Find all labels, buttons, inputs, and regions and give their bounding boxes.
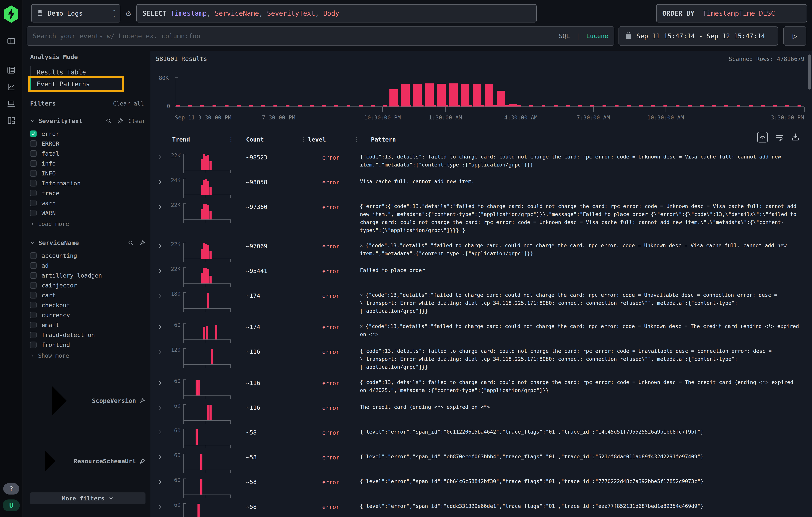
expand-chevron-icon[interactable] <box>157 179 163 185</box>
filter-checkbox[interactable] <box>30 150 36 157</box>
expand-chevron-icon[interactable] <box>157 454 163 460</box>
filter-checkbox[interactable] <box>30 170 36 177</box>
severity-filter-item[interactable]: fatal <box>30 149 145 159</box>
pattern-text[interactable]: {"code":13,"details":"failed to charge c… <box>358 151 807 169</box>
wrap-text-icon[interactable] <box>775 133 784 142</box>
pattern-row[interactable]: 60 ~116 error {"code":13,"details":"fail… <box>154 374 807 399</box>
filter-group-servicename[interactable]: ServiceName <box>30 239 145 247</box>
pattern-row[interactable]: 120 ~116 error {"code":13,"details":"fai… <box>154 343 807 374</box>
expand-chevron-icon[interactable] <box>157 380 163 386</box>
filter-checkbox[interactable] <box>30 262 36 269</box>
severity-filter-item[interactable]: trace <box>30 188 145 198</box>
pin-icon[interactable] <box>139 240 145 246</box>
service-filter-item[interactable]: accounting <box>30 251 145 261</box>
pin-icon[interactable] <box>139 458 145 464</box>
pattern-row[interactable]: 180 ~174 error ×{"code":13,"details":"fa… <box>154 287 807 318</box>
column-header-count[interactable]: ⋮Count <box>233 136 305 143</box>
clear-all-button[interactable]: Clear all <box>113 100 144 107</box>
pattern-row[interactable]: 60 ~58 error {"level":"error","span_id":… <box>154 497 807 517</box>
histogram-bar[interactable] <box>449 83 458 107</box>
filter-group-scopeversion[interactable]: ScopeVersion <box>30 371 145 430</box>
source-select[interactable]: Demo Logs ⌃⌄ <box>31 4 120 23</box>
pin-icon[interactable] <box>139 398 145 404</box>
expand-chevron-icon[interactable] <box>157 504 163 510</box>
filter-checkbox[interactable] <box>30 312 36 318</box>
dashboard-grid-icon[interactable] <box>4 114 18 127</box>
pattern-text[interactable]: Failed to place order <box>358 265 807 274</box>
severity-filter-item[interactable]: INFO <box>30 168 145 178</box>
expand-chevron-icon[interactable] <box>157 268 163 274</box>
pattern-text[interactable]: ×{"code":13,"details":"failed to charge … <box>358 321 807 338</box>
pattern-row[interactable]: 22K ~98523 error {"code":13,"details":"f… <box>154 148 807 173</box>
filter-checkbox[interactable] <box>30 190 36 196</box>
time-range-picker[interactable]: Sep 11 15:47:14 - Sep 12 15:47:14 <box>618 27 778 46</box>
histogram-bar[interactable] <box>425 83 434 107</box>
severity-filter-item[interactable]: error <box>30 129 145 139</box>
user-avatar[interactable]: U <box>3 499 20 511</box>
expand-chevron-icon[interactable] <box>157 479 163 485</box>
clear-severity-button[interactable]: Clear <box>128 118 145 124</box>
vertical-scrollbar[interactable] <box>808 55 811 89</box>
mode-results-table[interactable]: Results Table <box>30 66 123 78</box>
order-by-input[interactable]: ORDER BY TimestampTime DESC <box>656 4 807 23</box>
filter-checkbox[interactable] <box>30 322 36 328</box>
sql-mode-option[interactable]: SQL <box>559 32 570 39</box>
panel-toggle-icon[interactable] <box>4 34 18 48</box>
select-query-input[interactable]: SELECT Timestamp, ServiceName, SeverityT… <box>136 4 536 23</box>
pattern-row[interactable]: 60 ~174 error ×{"code":13,"details":"fai… <box>154 318 807 343</box>
pattern-row[interactable]: 24K ~98058 error Visa cache full: cannot… <box>154 173 807 198</box>
pattern-row[interactable]: 22K ~97069 error ×{"code":13,"details":"… <box>154 237 807 262</box>
column-header-trend[interactable]: Trend <box>166 136 233 143</box>
pattern-row[interactable]: 60 ~58 error {"level":"error","span_id":… <box>154 448 807 473</box>
expand-chevron-icon[interactable] <box>157 429 163 435</box>
histogram-bar[interactable] <box>389 89 398 107</box>
code-view-icon[interactable]: <> <box>757 132 768 143</box>
pattern-row[interactable]: 60 ~58 error {"level":"error","span_id":… <box>154 473 807 497</box>
filter-checkbox[interactable] <box>30 272 36 279</box>
laptop-icon[interactable] <box>4 97 18 111</box>
pattern-text[interactable]: Visa cache full: cannot add new item. <box>358 176 807 185</box>
column-header-level[interactable]: ⋮level <box>305 136 358 143</box>
pattern-row[interactable]: 22K ~95441 error Failed to place order <box>154 262 807 287</box>
column-resize-handle[interactable]: ⋮ <box>354 136 359 143</box>
service-filter-item[interactable]: fraud-detection <box>30 330 145 340</box>
pattern-text[interactable]: {"level":"error","span_id":"eb870ecef063… <box>358 451 807 461</box>
filter-group-severitytext[interactable]: SeverityText Clear <box>30 117 145 124</box>
pattern-text[interactable]: {"level":"error","span_id":"6b64c6c58842… <box>358 476 807 485</box>
pattern-row[interactable]: 60 ~58 error {"level":"error","span_id":… <box>154 423 807 448</box>
gear-icon[interactable]: ⚙ <box>126 8 131 19</box>
filter-checkbox[interactable] <box>30 332 36 338</box>
filter-checkbox[interactable] <box>30 180 36 186</box>
histogram-bar[interactable] <box>401 84 410 107</box>
severity-filter-item[interactable]: Information <box>30 178 145 188</box>
filter-checkbox[interactable] <box>30 252 36 259</box>
pattern-text[interactable]: {"error":{"code":13,"details":"failed to… <box>358 201 807 234</box>
service-filter-item[interactable]: cainjector <box>30 280 145 290</box>
filter-checkbox-checked[interactable] <box>30 131 36 137</box>
service-filter-item[interactable]: cart <box>30 290 145 300</box>
results-histogram[interactable]: 80K 0 Sep 11 3:30:00 PM7:30:00 PM10:30:0… <box>156 67 804 124</box>
search-icon[interactable] <box>127 240 134 246</box>
pattern-text[interactable]: {"level":"error","span_id":"0c11220615ba… <box>358 426 807 436</box>
severity-filter-item[interactable]: ERROR <box>30 139 145 149</box>
service-filter-item[interactable]: frontend <box>30 340 145 350</box>
expand-chevron-icon[interactable] <box>157 204 163 210</box>
hyperdx-logo-icon[interactable] <box>3 5 20 23</box>
language-toggle[interactable]: SQL | Lucene <box>559 32 608 39</box>
filter-checkbox[interactable] <box>30 302 36 308</box>
service-filter-item[interactable]: artillery-loadgen <box>30 270 145 280</box>
expand-chevron-icon[interactable] <box>157 243 163 249</box>
line-chart-icon[interactable] <box>4 80 18 94</box>
service-filter-item[interactable]: email <box>30 320 145 330</box>
filter-checkbox[interactable] <box>30 200 36 206</box>
expand-chevron-icon[interactable] <box>157 349 163 355</box>
pattern-text[interactable]: ×{"code":13,"details":"failed to charge … <box>358 290 807 315</box>
histogram-bar[interactable] <box>473 84 482 107</box>
service-filter-item[interactable]: currency <box>30 310 145 320</box>
histogram-bar[interactable] <box>509 105 517 107</box>
filter-checkbox[interactable] <box>30 342 36 348</box>
service-filter-item[interactable]: checkout <box>30 300 145 310</box>
filter-checkbox[interactable] <box>30 282 36 289</box>
column-header-pattern[interactable]: ⋮Pattern <box>358 136 807 143</box>
pin-icon[interactable] <box>117 118 123 124</box>
